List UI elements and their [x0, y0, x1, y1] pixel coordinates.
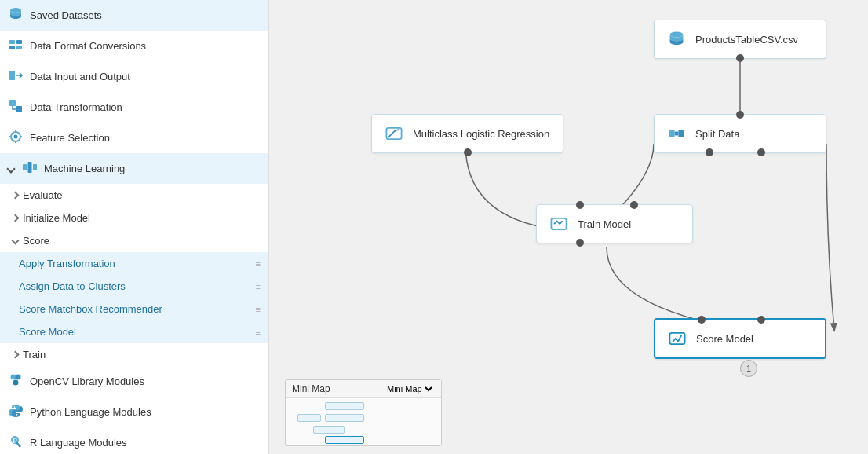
node-products-csv[interactable]: ProductsTableCSV.csv [654, 20, 826, 59]
opencv-icon [8, 372, 24, 390]
sidebar-item-data-transformation[interactable]: Data Transformation [0, 92, 268, 123]
node-score-model[interactable]: Score Model [654, 318, 826, 359]
drag-handle-icon: ≡ [256, 328, 261, 337]
sidebar-item-feature-selection[interactable]: Feature Selection [0, 123, 268, 153]
node-logistic-regression[interactable]: Multiclass Logistic Regression [371, 114, 563, 153]
score-model-badge: 1 [740, 360, 757, 377]
connection-dot-bottom-right [757, 148, 765, 156]
chevron-right-icon [12, 214, 20, 222]
sidebar-item-python[interactable]: Python Language Modules [0, 397, 268, 427]
dataset-icon [8, 6, 24, 24]
svg-point-17 [11, 375, 16, 380]
connection-dot-top-left [576, 201, 584, 209]
split-icon [666, 123, 687, 145]
chevron-right-icon [12, 192, 20, 200]
node-train-model[interactable]: Train Model [536, 204, 693, 243]
svg-point-0 [10, 8, 21, 13]
svg-point-31 [680, 335, 682, 336]
svg-rect-5 [9, 71, 15, 80]
drag-handle-icon: ≡ [256, 259, 261, 269]
sidebar-label-score-matchbox: Score Matchbox Recommender [19, 303, 162, 315]
sidebar-label-data-format: Data Format Conversions [30, 40, 146, 52]
node-label-score-model: Score Model [696, 333, 753, 345]
chevron-down-icon [6, 164, 15, 173]
sidebar-item-apply-transformation[interactable]: Apply Transformation ≡ [0, 252, 268, 275]
minimap-dropdown[interactable]: Mini Map [384, 383, 435, 394]
svg-point-18 [16, 375, 21, 380]
svg-point-19 [13, 380, 19, 386]
score-icon [666, 328, 688, 350]
sidebar-label-evaluate: Evaluate [23, 189, 63, 201]
minimap-node-3 [297, 414, 321, 422]
badge-value: 1 [746, 364, 751, 373]
sidebar-item-initialize-model[interactable]: Initialize Model [0, 207, 268, 229]
node-split-data[interactable]: Split Data [654, 114, 826, 153]
sidebar-label-saved-datasets: Saved Datasets [30, 9, 102, 21]
node-label-split-data: Split Data [695, 128, 739, 140]
sidebar-label-opencv: OpenCV Library Modules [30, 375, 144, 387]
connection-dot-bottom-left [706, 148, 713, 156]
sidebar-label-data-transformation: Data Transformation [30, 101, 122, 113]
minimap-label: Mini Map [292, 383, 330, 394]
minimap-header[interactable]: Mini Map Mini Map [286, 380, 441, 398]
svg-rect-7 [16, 106, 22, 112]
sidebar-item-saved-datasets[interactable]: Saved Datasets [0, 0, 268, 31]
transform-icon [8, 98, 24, 116]
sidebar-item-score-matchbox[interactable]: Score Matchbox Recommender ≡ [0, 298, 268, 320]
connection-dot-bottom [464, 148, 472, 156]
sidebar-item-assign-clusters[interactable]: Assign Data to Clusters ≡ [0, 275, 268, 298]
minimap-node-2 [325, 414, 364, 422]
svg-rect-27 [675, 132, 679, 136]
sidebar-label-score-model: Score Model [19, 326, 76, 338]
svg-line-22 [16, 442, 20, 447]
drag-handle-icon: ≡ [256, 282, 261, 291]
connection-dot-top-right [630, 201, 638, 209]
sidebar-label-initialize-model: Initialize Model [23, 212, 90, 224]
sidebar-label-apply-transformation: Apply Transformation [19, 258, 115, 269]
main-canvas: ProductsTableCSV.csv Split Data Multicla… [269, 0, 868, 454]
svg-point-9 [14, 135, 18, 139]
feature-icon [8, 129, 24, 147]
sidebar-label-r-language: R Language Modules [30, 437, 127, 449]
svg-rect-14 [23, 164, 27, 170]
node-label-train-model: Train Model [578, 218, 631, 230]
connection-dot [736, 54, 744, 62]
sidebar: Saved Datasets Data Format Conversions D… [0, 0, 269, 454]
minimap: Mini Map Mini Map [285, 379, 442, 446]
svg-rect-26 [678, 130, 684, 137]
sidebar-item-score[interactable]: Score [0, 229, 268, 252]
svg-rect-30 [669, 333, 684, 344]
minimap-node-5 [325, 436, 364, 444]
sidebar-item-evaluate[interactable]: Evaluate [0, 184, 268, 207]
sidebar-item-data-input[interactable]: Data Input and Output [0, 61, 268, 92]
svg-rect-2 [16, 40, 22, 44]
sidebar-label-train: Train [23, 349, 46, 361]
input-icon [8, 68, 24, 86]
svg-rect-15 [28, 162, 32, 173]
sidebar-item-machine-learning[interactable]: Machine Learning [0, 153, 268, 184]
svg-rect-3 [9, 46, 15, 49]
node-label-logistic-regression: Multiclass Logistic Regression [413, 128, 549, 140]
connection-dot-top-right [757, 316, 765, 324]
sidebar-item-score-model[interactable]: Score Model ≡ [0, 320, 268, 343]
node-label-products-csv: ProductsTableCSV.csv [695, 34, 798, 46]
svg-rect-25 [669, 130, 674, 137]
sidebar-label-machine-learning: Machine Learning [44, 163, 125, 174]
sidebar-item-r-language[interactable]: R R Language Modules [0, 427, 268, 454]
svg-rect-4 [16, 46, 22, 49]
database-icon [666, 28, 687, 50]
minimap-node-1 [325, 402, 364, 410]
svg-rect-1 [9, 40, 15, 44]
sidebar-item-opencv[interactable]: OpenCV Library Modules [0, 366, 268, 397]
sidebar-item-train[interactable]: Train [0, 343, 268, 366]
sidebar-label-feature-selection: Feature Selection [30, 132, 110, 144]
chevron-down-icon [12, 237, 20, 245]
sidebar-item-data-format[interactable]: Data Format Conversions [0, 31, 268, 61]
python-icon [8, 403, 24, 421]
sidebar-label-assign-clusters: Assign Data to Clusters [19, 280, 126, 292]
svg-rect-6 [9, 100, 16, 106]
connection-dot-top-left [698, 316, 706, 324]
connection-dot-bottom [576, 239, 584, 247]
sidebar-label-score: Score [23, 235, 49, 247]
svg-point-24 [670, 31, 684, 37]
